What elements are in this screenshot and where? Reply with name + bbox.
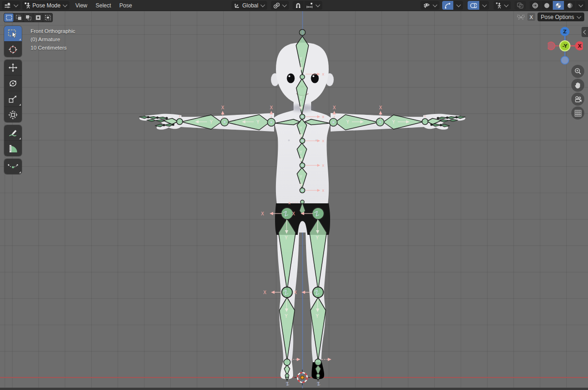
axis-label-x: X — [263, 290, 267, 295]
snap-increment-icon — [307, 2, 313, 9]
material-sphere-icon — [555, 2, 562, 9]
editor-type-button[interactable] — [2, 1, 20, 10]
shading-solid-button[interactable] — [541, 1, 552, 10]
axis-label-x-small: x — [288, 201, 290, 205]
joint-pelvis[interactable] — [300, 200, 304, 204]
mode-dropdown[interactable]: Pose Mode — [22, 1, 69, 10]
navigation-gizmo[interactable]: Z X -Y — [548, 26, 583, 68]
gizmo-minus-x-axis[interactable] — [548, 42, 555, 50]
toggle-ortho-button[interactable] — [571, 107, 584, 120]
shading-rendered-button[interactable] — [564, 1, 575, 10]
joint-head-top[interactable] — [300, 30, 306, 36]
pivot-point-icon — [273, 2, 280, 9]
show-gizmo-toggle[interactable] — [442, 1, 453, 10]
chevron-down-icon — [316, 2, 320, 7]
viewport-header: Pose Mode View Select Pose Global — [0, 0, 588, 11]
ortho-grid-icon — [575, 110, 582, 117]
joint-ankle-left[interactable] — [284, 359, 290, 365]
gizmo-x-label: X — [578, 43, 582, 49]
shading-wireframe-button[interactable] — [530, 1, 541, 10]
select-box-icon — [8, 29, 18, 38]
scene-canvas[interactable]: X X X X X X X X x — [0, 0, 588, 390]
3d-cursor[interactable] — [294, 370, 310, 385]
tool-move[interactable] — [4, 60, 22, 75]
rendered-sphere-icon — [567, 2, 573, 9]
axis-label-y: Y — [299, 175, 302, 179]
pose-xray-dropdown[interactable] — [494, 1, 511, 10]
gizmo-z-label: Z — [563, 29, 567, 35]
axis-label-y: Y — [346, 120, 350, 125]
chevron-down-icon — [14, 2, 19, 7]
subtool-indicator — [19, 104, 21, 106]
gizmo-minus-z-axis[interactable] — [561, 57, 569, 64]
tool-cursor[interactable] — [4, 42, 22, 57]
axis-label-y: Y — [299, 95, 302, 100]
object-visibility-dropdown[interactable] — [420, 1, 439, 10]
select-mode-set[interactable] — [4, 13, 13, 22]
tool-rotate[interactable] — [4, 75, 22, 91]
select-mode-extend[interactable] — [14, 13, 23, 22]
snap-toggle[interactable] — [293, 1, 304, 10]
sidebar-toggle[interactable] — [582, 27, 588, 37]
eye-cursor-icon — [423, 2, 431, 9]
stick-figure-icon — [496, 2, 502, 9]
axis-label-y: Y — [392, 120, 395, 125]
chevron-down-icon — [261, 2, 265, 7]
menu-select[interactable]: Select — [92, 0, 115, 11]
orientation-dropdown[interactable]: Global — [231, 1, 267, 10]
gizmo-group — [442, 1, 463, 10]
tool-select-box[interactable] — [4, 26, 22, 42]
axis-label-x-small: x — [322, 72, 324, 76]
pan-button[interactable] — [571, 79, 584, 92]
joint-ball-left[interactable] — [285, 374, 289, 377]
pose-options-dropdown[interactable]: Pose Options — [538, 13, 584, 21]
gizmo-dropdown[interactable] — [454, 1, 463, 10]
axis-label-x: X — [292, 211, 295, 216]
select-mode-subtract[interactable] — [24, 13, 33, 22]
gizmo-arc-icon — [444, 2, 451, 9]
axis-label-x-small: x — [322, 138, 324, 143]
select-mode-intersect[interactable] — [43, 13, 52, 22]
butterfly-mirror-icon — [517, 13, 525, 21]
toggle-xray-button[interactable] — [514, 1, 526, 10]
wireframe-sphere-icon — [532, 2, 538, 9]
orientation-axes-icon — [234, 2, 240, 9]
tool-pose-breakdowner[interactable] — [4, 159, 22, 174]
tool-scale[interactable] — [4, 91, 22, 107]
menu-pose[interactable]: Pose — [115, 0, 136, 11]
editor-type-icon — [4, 2, 12, 9]
shading-material-button[interactable] — [553, 1, 564, 10]
show-overlays-toggle[interactable] — [468, 1, 479, 10]
eye-right — [311, 74, 319, 83]
shading-dropdown[interactable] — [576, 1, 585, 10]
tool-transform[interactable] — [4, 107, 22, 122]
pivot-point-dropdown[interactable] — [271, 1, 289, 10]
select-mode-buttons — [4, 13, 53, 22]
tool-measure[interactable] — [4, 141, 22, 156]
axis-label-y: Y — [256, 120, 260, 125]
pan-hand-icon — [574, 82, 582, 89]
camera-view-button[interactable] — [571, 93, 584, 106]
transform-icon — [8, 110, 18, 120]
eye-left — [287, 74, 295, 83]
camera-icon — [574, 96, 582, 103]
axis-label-x: X — [221, 105, 225, 110]
chevron-left-icon — [583, 30, 588, 34]
select-mode-invert[interactable] — [33, 13, 43, 22]
menu-view[interactable]: View — [71, 0, 92, 11]
chevron-down-icon — [579, 2, 583, 7]
tool-annotate[interactable] — [4, 125, 22, 141]
joint-ball-right[interactable] — [316, 374, 320, 377]
joint-wrist-left[interactable] — [177, 119, 183, 125]
axis-label-x-small: x — [322, 114, 324, 119]
joint-ankle-right[interactable] — [315, 359, 321, 365]
solid-sphere-icon — [544, 2, 550, 9]
mirror-x-toggle[interactable]: X — [527, 13, 535, 21]
chest-dot-left — [288, 139, 290, 141]
pose-options-region: X Pose Options — [517, 13, 584, 21]
overlays-dropdown[interactable] — [480, 1, 489, 10]
zoom-button[interactable] — [571, 65, 584, 78]
snap-with-dropdown[interactable] — [304, 1, 322, 10]
joint-wrist-right[interactable] — [422, 119, 428, 125]
joint-neck-upper[interactable] — [300, 75, 305, 79]
